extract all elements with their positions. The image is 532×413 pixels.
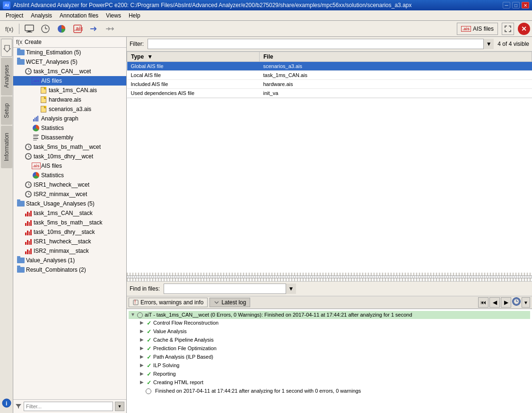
info-icon[interactable]: i [2, 398, 11, 409]
file-icon-1 [40, 86, 47, 94]
tree-item-statistics-2[interactable]: Statistics [13, 171, 126, 180]
tree-item-isr1-wcet[interactable]: ISR1_hwcheck__wcet [13, 180, 126, 189]
menu-views[interactable]: Views [102, 10, 125, 21]
menu-annotation-files[interactable]: Annotation files [56, 10, 102, 21]
nav-prev-prev[interactable]: ⏮ [478, 297, 488, 308]
row-file: scenarios_a3.ais [260, 62, 532, 71]
menu-analysis[interactable]: Analysis [27, 10, 56, 21]
value-analyses-label: Value_Analyses (1) [26, 257, 75, 264]
maximize-button[interactable]: □ [512, 2, 520, 9]
nav-arrows: ⏮ ◀ ▶ ▼ [478, 297, 530, 308]
filter-input[interactable] [148, 39, 494, 49]
tree-item-task1ms-wcet[interactable]: task_1ms_CAN__wcet [13, 67, 126, 76]
log-sub-expand-8[interactable]: ▶ [140, 379, 145, 385]
create-label[interactable]: Create [25, 39, 42, 45]
tree-item-task10ms-wcet[interactable]: task_10ms_dhry__wcet [13, 152, 126, 161]
nav-next[interactable]: ▶ [501, 297, 511, 308]
nav-prev[interactable]: ◀ [489, 297, 500, 308]
sidebar-tab-home[interactable] [1, 39, 12, 57]
tree-item-result-combinators[interactable]: Result_Combinators (2) [13, 265, 126, 275]
folder-icon-3 [17, 200, 25, 207]
log-clock-icon[interactable] [512, 297, 521, 306]
log-sub-html-report: ▶ ✓ Creating HTML report [129, 379, 530, 387]
tree-item-wcet-analyses[interactable]: WCET_Analyses (5) [13, 57, 126, 67]
tree-item-analysis-graph[interactable]: Analysis graph [13, 114, 126, 123]
tree-item-task10ms-stack[interactable]: task_10ms_dhry__stack [13, 227, 126, 237]
log-sub-cache-pipeline: ▶ ✓ Cache & Pipeline Analysis [129, 336, 530, 344]
filter-dropdown-icon [15, 403, 22, 411]
log-sub-expand-5[interactable]: ▶ [140, 354, 145, 359]
ais-files-button[interactable]: .ais AIS files [457, 23, 498, 35]
close-panel-button[interactable]: ✕ [518, 23, 530, 35]
sidebar-tab-information[interactable]: Information [1, 126, 12, 168]
tree-item-task5ms-wcet[interactable]: task_5ms_bs_math__wcet [13, 142, 126, 152]
fullscreen-button[interactable] [502, 23, 514, 35]
check-icon-4: ✓ [147, 345, 151, 352]
log-sub-text-6: ILP Solving [153, 362, 528, 368]
tree-item-isr2-wcet[interactable]: ISR2_minmax__wcet [13, 189, 126, 199]
col-type[interactable]: Type ▼ [127, 52, 260, 62]
menu-project[interactable]: Project [2, 10, 27, 21]
tree-filter-dropdown-button[interactable]: ▼ [115, 402, 124, 411]
information-tab-label: Information [3, 133, 10, 161]
log-sub-expand-6[interactable]: ▶ [140, 362, 145, 368]
close-button[interactable]: ✕ [522, 2, 529, 9]
isr2-stack-label: ISR2_minmax__stack [34, 248, 89, 254]
analysis-graph-label: Analysis graph [41, 115, 78, 122]
log-dropdown-button[interactable]: ▼ [522, 297, 530, 308]
tab-latest-log[interactable]: Latest log [209, 298, 250, 307]
tree-item-isr2-stack[interactable]: ISR2_minmax__stack [13, 246, 126, 256]
tree-item-stack-usage[interactable]: Stack_Usage_Analyses (5) [13, 199, 126, 208]
log-expand-button[interactable]: ▼ [131, 312, 135, 317]
tree-filter-input[interactable] [24, 402, 113, 411]
log-sub-expand-2[interactable]: ▶ [140, 328, 145, 334]
log-sub-expand-4[interactable]: ▶ [140, 345, 145, 351]
log-sub-expand-1[interactable]: ▶ [140, 320, 145, 325]
tree-item-scenarios-ais[interactable]: scenarios_a3.ais [13, 104, 126, 114]
tree-item-disassembly[interactable]: Disassembly [13, 133, 126, 142]
menu-help[interactable]: Help [125, 10, 144, 21]
tree-item-task5ms-stack[interactable]: task_5ms_bs_math__stack [13, 218, 126, 227]
monitor-icon[interactable] [22, 22, 36, 35]
tab-errors-warnings[interactable]: ! Errors, warnings and info [129, 298, 208, 307]
double-arrow-toolbar-icon[interactable] [103, 22, 117, 35]
pie-toolbar-icon[interactable] [54, 22, 69, 35]
task1ms-can-ais-label: task_1ms_CAN.ais [49, 87, 97, 94]
svg-text:!: ! [134, 300, 136, 305]
col-file[interactable]: File [260, 52, 532, 62]
tree-item-value-analyses[interactable]: Value_Analyses (1) [13, 256, 126, 265]
log-sub-expand-3[interactable]: ▶ [140, 337, 145, 342]
tree-filter-area: ▼ [13, 399, 126, 413]
check-icon-6: ✓ [147, 362, 151, 369]
table-row[interactable]: Local AIS file task_1ms_CAN.ais [127, 71, 532, 80]
tree-item-task1ms-can-ais[interactable]: task_1ms_CAN.ais [13, 86, 126, 95]
find-dropdown-button[interactable]: ▼ [286, 284, 296, 294]
arrow-toolbar-icon[interactable] [87, 22, 101, 35]
tree-item-hardware-ais[interactable]: hardware.ais [13, 95, 126, 104]
table-row[interactable]: Global AIS file scenarios_a3.ais [127, 62, 532, 71]
table-row[interactable]: Included AIS file hardware.ais [127, 80, 532, 89]
tree-item-task1ms-stack[interactable]: task_1ms_CAN__stack [13, 208, 126, 218]
fx-icon: f(x) [16, 39, 23, 45]
find-input[interactable] [164, 284, 296, 294]
clock-toolbar-icon[interactable] [38, 22, 52, 35]
log-sub-text-8: Creating HTML report [153, 379, 528, 385]
tree-item-ais-files-2[interactable]: .ais AIS files [13, 161, 126, 171]
filter-dropdown-button[interactable]: ▼ [483, 39, 494, 49]
formula-icon[interactable]: f(x) [2, 22, 16, 35]
tree-item-timing-estimation[interactable]: Timing_Estimation (5) [13, 48, 126, 57]
tree-item-isr1-stack[interactable]: ISR1_hwcheck__stack [13, 237, 126, 246]
svg-text:f(x): f(x) [5, 26, 13, 33]
log-sub-ilp: ▶ ✓ ILP Solving [129, 361, 530, 370]
row-type: Global AIS file [127, 62, 260, 71]
tree-item-ais-files[interactable]: .ais AIS files [13, 76, 126, 86]
tree-item-statistics-1[interactable]: Statistics [13, 123, 126, 133]
clock-icon-4 [25, 181, 32, 189]
sidebar-tab-setup[interactable]: Setup [1, 96, 12, 125]
ais-toolbar-icon[interactable]: .ais [70, 22, 85, 35]
minimize-button[interactable]: ─ [503, 2, 510, 9]
table-row[interactable]: Used dependencies AIS file init_va [127, 89, 532, 98]
sidebar-tab-analyses[interactable]: Analyses [1, 58, 12, 95]
log-sub-expand-7[interactable]: ▶ [140, 371, 145, 376]
ais-red-icon: .ais [32, 162, 40, 170]
